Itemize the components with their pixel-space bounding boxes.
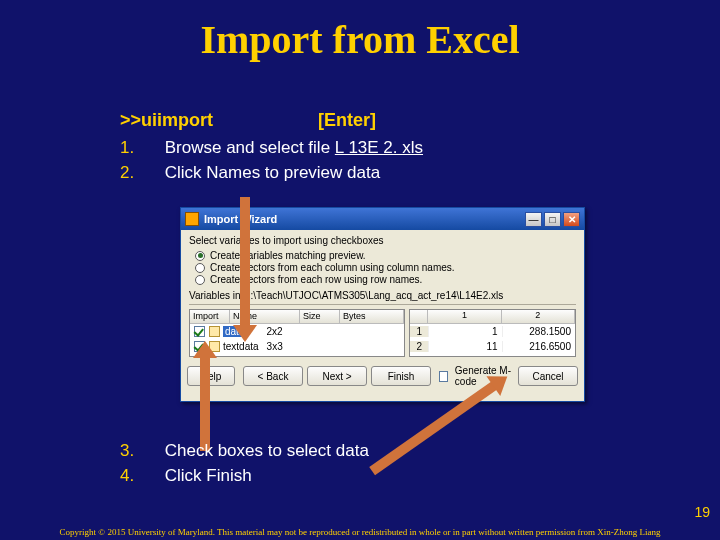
prompt: >> [120, 110, 141, 130]
page-number: 19 [694, 504, 710, 520]
content-area: >>uiimport [Enter] 1. Browse and select … [120, 110, 660, 185]
cell: 216.6500 [502, 341, 575, 352]
radio-row-vectors[interactable]: Create vectors from each row using row n… [195, 274, 576, 285]
cell: 11 [428, 341, 501, 352]
steps-top: 1. Browse and select file L 13E 2. xls 2… [120, 135, 660, 185]
step-number: 1. [120, 135, 160, 160]
preview-corner [410, 310, 428, 323]
step-number: 3. [120, 438, 160, 463]
arrow-down-names [240, 197, 250, 327]
step-number: 4. [120, 463, 160, 488]
arrow-up-checkbox [200, 356, 210, 451]
preview-header: 1 2 [410, 310, 575, 324]
enter-key: [Enter] [318, 110, 376, 130]
checkbox[interactable] [194, 326, 205, 337]
radio-icon[interactable] [195, 251, 205, 261]
minimize-button[interactable]: — [525, 212, 542, 227]
cancel-button[interactable]: Cancel [518, 366, 578, 386]
radio-column-vectors[interactable]: Create vectors from each column using co… [195, 262, 576, 273]
cell: 288.1500 [502, 326, 575, 337]
radio-matching-preview[interactable]: Create variables matching preview. [195, 250, 576, 261]
maximize-button[interactable]: □ [544, 212, 561, 227]
steps-bottom: 3. Check boxes to select data 4. Click F… [120, 438, 660, 488]
col-bytes: Bytes [340, 310, 404, 323]
variable-size: 3x3 [267, 341, 283, 352]
preview-col-1: 1 [428, 310, 501, 323]
step-text: Browse and select file L 13E 2. xls [165, 138, 423, 157]
wizard-icon [185, 212, 199, 226]
window-title: Import Wizard [204, 213, 523, 225]
list-row-textdata[interactable]: textdata 3x3 [190, 339, 404, 354]
preview-row: 1 1 288.1500 [410, 324, 575, 339]
back-button[interactable]: < Back [243, 366, 303, 386]
variables-list[interactable]: Import Name Size Bytes data 2x2 textdata… [189, 309, 405, 357]
step-text: Click Names to preview data [165, 163, 380, 182]
step-text: Check boxes to select data [165, 441, 369, 460]
step-2: 2. Click Names to preview data [120, 160, 660, 185]
variable-icon [209, 326, 220, 337]
list-row-data[interactable]: data 2x2 [190, 324, 404, 339]
step-1: 1. Browse and select file L 13E 2. xls [120, 135, 660, 160]
wizard-buttons: Help < Back Next > Finish Generate M-cod… [181, 357, 584, 393]
next-button[interactable]: Next > [307, 366, 367, 386]
command-text: uiimport [141, 110, 213, 130]
preview-col-2: 2 [502, 310, 575, 323]
cell: 1 [428, 326, 501, 337]
checkbox[interactable] [439, 371, 448, 382]
variable-name: textdata [223, 341, 259, 352]
step-text-pre: Browse and select file [165, 138, 335, 157]
col-import: Import [190, 310, 230, 323]
list-header: Import Name Size Bytes [190, 310, 404, 324]
radio-label: Create variables matching preview. [210, 250, 366, 261]
step-4: 4. Click Finish [120, 463, 660, 488]
copyright: Copyright © 2015 University of Maryland.… [0, 527, 720, 537]
row-head: 1 [410, 326, 428, 337]
variable-size: 2x2 [266, 326, 282, 337]
help-button[interactable]: Help [187, 366, 235, 386]
preview-row: 2 11 216.6500 [410, 339, 575, 354]
col-size: Size [300, 310, 340, 323]
step-3: 3. Check boxes to select data [120, 438, 660, 463]
close-button[interactable]: ✕ [563, 212, 580, 227]
finish-button[interactable]: Finish [371, 366, 431, 386]
slide-title: Import from Excel [0, 0, 720, 63]
radio-icon[interactable] [195, 263, 205, 273]
command-line: >>uiimport [Enter] [120, 110, 660, 131]
radio-icon[interactable] [195, 275, 205, 285]
row-head: 2 [410, 341, 428, 352]
preview-table[interactable]: 1 2 1 1 288.1500 2 11 216.6500 [409, 309, 576, 357]
file-link: L 13E 2. xls [335, 138, 423, 157]
step-text: Click Finish [165, 466, 252, 485]
step-number: 2. [120, 160, 160, 185]
